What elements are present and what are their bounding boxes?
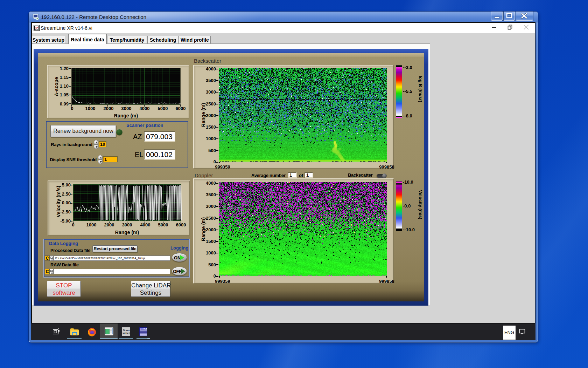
svg-text:sched: sched xyxy=(122,332,131,335)
svg-text:WEEK: WEEK xyxy=(140,328,146,330)
